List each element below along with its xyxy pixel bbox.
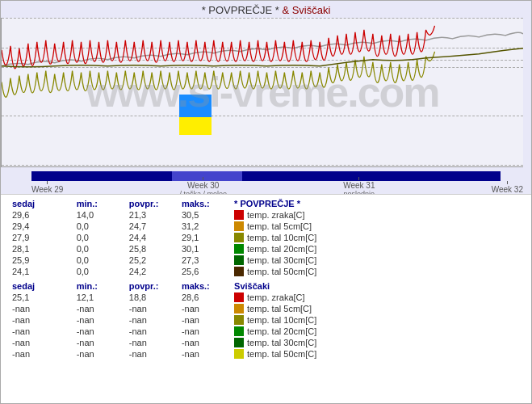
cell-povpr: -nan: [126, 326, 178, 337]
cell-min: -nan: [73, 326, 126, 337]
table-row: -nan -nan -nan -nan temp. tal 30cm[C]: [9, 337, 523, 348]
nav-bar[interactable]: [31, 171, 501, 181]
legend-label: temp. tal 50cm[C]: [247, 267, 316, 276]
table-row: -nan -nan -nan -nan temp. tal 50cm[C]: [9, 348, 523, 360]
chart-title-avg: * POVPREČJE *: [202, 4, 279, 16]
cell-legend: temp. tal 30cm[C]: [231, 255, 523, 266]
cell-maks: 30,5: [178, 209, 231, 221]
cell-sedaj: 27,9: [9, 232, 73, 243]
legend-color-dot: [234, 210, 244, 220]
cell-povpr: 25,2: [126, 255, 178, 266]
data-section: sedaj min.: povpr.: maks.: * POVPREČJE *…: [1, 195, 531, 403]
cell-povpr: -nan: [126, 337, 178, 348]
col-header-povpr-2: povpr.:: [126, 280, 178, 292]
cell-povpr: 24,7: [126, 221, 178, 232]
chart-svg: [2, 18, 523, 166]
cell-legend: temp. tal 10cm[C]: [231, 314, 523, 326]
legend-color-dot: [234, 221, 244, 231]
cell-sedaj: -nan: [9, 314, 73, 326]
legend-label: temp. tal 10cm[C]: [247, 233, 316, 242]
col-header-maks-2: maks.:: [178, 280, 231, 292]
cell-legend: temp. tal 20cm[C]: [231, 326, 523, 337]
cell-min: -nan: [73, 303, 126, 314]
legend-label: temp. tal 20cm[C]: [247, 326, 316, 336]
cell-legend: temp. tal 30cm[C]: [231, 337, 523, 348]
cell-min: -nan: [73, 348, 126, 360]
app-container: * POVPREČJE * & Sviščaki 30 25 20 15 www…: [0, 0, 532, 404]
cell-povpr: -nan: [126, 348, 178, 360]
legend-label: temp. tal 20cm[C]: [247, 244, 316, 254]
table-row: 29,6 14,0 21,3 30,5 temp. zraka[C]: [9, 209, 523, 221]
cell-maks: -nan: [178, 337, 231, 348]
legend-color-dot: [234, 233, 244, 242]
cell-maks: 30,1: [178, 243, 231, 255]
cell-legend: temp. tal 50cm[C]: [231, 266, 523, 277]
cell-sedaj: 25,1: [9, 292, 73, 303]
chart-title: * POVPREČJE * & Sviščaki: [1, 1, 531, 18]
legend-color-dot: [234, 304, 244, 314]
cell-min: 0,0: [73, 243, 126, 255]
col-header-sedaj: sedaj: [9, 198, 73, 209]
chart-title-station: & Sviščaki: [282, 4, 330, 16]
chart-area: * POVPREČJE * & Sviščaki 30 25 20 15 www…: [1, 1, 531, 195]
table-row: -nan -nan -nan -nan temp. tal 10cm[C]: [9, 314, 523, 326]
legend-color-dot: [234, 315, 244, 325]
cell-sedaj: 29,6: [9, 209, 73, 221]
cell-legend: temp. tal 5cm[C]: [231, 303, 523, 314]
legend-label: temp. tal 30cm[C]: [247, 255, 316, 265]
cell-sedaj: 24,1: [9, 266, 73, 277]
cell-maks: -nan: [178, 326, 231, 337]
cell-legend: temp. tal 50cm[C]: [231, 348, 523, 360]
cell-sedaj: -nan: [9, 303, 73, 314]
col-header-legend-sviscaki: Sviščaki: [231, 280, 523, 292]
cell-legend: temp. zraka[C]: [231, 209, 523, 221]
cell-povpr: -nan: [126, 314, 178, 326]
week-29-label: Week 29: [31, 181, 63, 194]
legend-color-dot: [234, 326, 244, 336]
col-header-min: min.:: [73, 198, 126, 209]
data-table-sviscaki: sedaj min.: povpr.: maks.: Sviščaki 25,1…: [9, 280, 523, 360]
cell-maks: 28,6: [178, 292, 231, 303]
table-row: 25,1 12,1 18,8 28,6 temp. zraka[C]: [9, 292, 523, 303]
col-header-povpr: povpr.:: [126, 198, 178, 209]
cell-maks: -nan: [178, 348, 231, 360]
data-table-avg: sedaj min.: povpr.: maks.: * POVPREČJE *…: [9, 198, 523, 277]
cell-povpr: 21,3: [126, 209, 178, 221]
cell-min: 0,0: [73, 266, 126, 277]
legend-label: temp. zraka[C]: [247, 210, 305, 220]
cell-maks: 31,2: [178, 221, 231, 232]
table-row: 28,1 0,0 25,8 30,1 temp. tal 20cm[C]: [9, 243, 523, 255]
cell-sedaj: 29,4: [9, 221, 73, 232]
legend-color-dot: [234, 255, 244, 265]
cell-min: 14,0: [73, 209, 126, 221]
legend-color-dot: [234, 349, 244, 359]
cell-sedaj: -nan: [9, 348, 73, 360]
blue-yellow-indicator: [179, 95, 212, 135]
cell-sedaj: 28,1: [9, 243, 73, 255]
cell-maks: 27,3: [178, 255, 231, 266]
chart-inner: www.si-vreme.com: [1, 18, 523, 167]
col-header-min-2: min.:: [73, 280, 126, 292]
cell-povpr: 18,8: [126, 292, 178, 303]
cell-min: 0,0: [73, 232, 126, 243]
col-header-maks: maks.:: [178, 198, 231, 209]
table-row: 25,9 0,0 25,2 27,3 temp. tal 30cm[C]: [9, 255, 523, 266]
legend-color-dot: [234, 292, 244, 302]
cell-legend: temp. tal 10cm[C]: [231, 232, 523, 243]
cell-min: 0,0: [73, 255, 126, 266]
chart-subtitle: Meritve: povprečne Enote: metrične Črta:…: [1, 194, 531, 195]
legend-label: temp. tal 5cm[C]: [247, 304, 312, 314]
cell-maks: 29,1: [178, 232, 231, 243]
x-axis: Week 29 Week 30 / točka / melee Week 31 …: [31, 181, 523, 194]
table-row: 27,9 0,0 24,4 29,1 temp. tal 10cm[C]: [9, 232, 523, 243]
cell-sedaj: 25,9: [9, 255, 73, 266]
cell-maks: -nan: [178, 314, 231, 326]
legend-label: temp. zraka[C]: [247, 292, 305, 302]
week-31-label: Week 31 poslednje: [343, 177, 375, 195]
legend-label: temp. tal 10cm[C]: [247, 315, 316, 325]
cell-sedaj: -nan: [9, 326, 73, 337]
cell-maks: 25,6: [178, 266, 231, 277]
cell-legend: temp. zraka[C]: [231, 292, 523, 303]
station-block-sviscaki: sedaj min.: povpr.: maks.: Sviščaki 25,1…: [9, 280, 523, 360]
cell-min: -nan: [73, 337, 126, 348]
